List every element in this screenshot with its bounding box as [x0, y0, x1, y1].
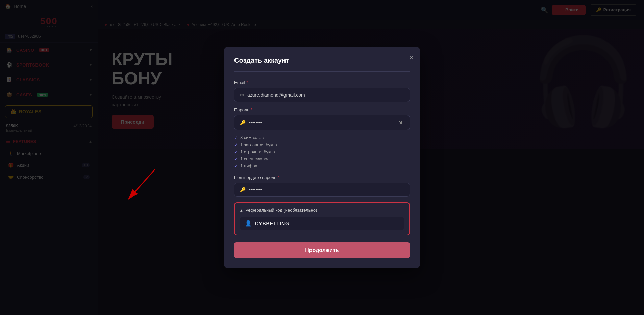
modal-close-button[interactable]: × [409, 53, 413, 62]
referral-user-icon: 👤 [245, 220, 252, 227]
validation-item-2: ✓ 1 заглавная буква [234, 141, 410, 148]
check-icon-4: ✓ [234, 157, 238, 161]
validation-text-4: 1 спец символ [240, 156, 270, 161]
email-input[interactable] [247, 92, 404, 98]
continue-label: Продолжить [305, 247, 339, 253]
password-required-star: * [251, 107, 252, 112]
password-input-wrap[interactable]: 🔑 👁 [234, 115, 410, 130]
referral-header[interactable]: ▴ Реферальный код (необязательно) [240, 208, 404, 213]
validation-item-4: ✓ 1 спец символ [234, 155, 410, 162]
referral-code: CYBBETTING [255, 221, 289, 226]
email-label: Email * [234, 80, 410, 85]
password-input[interactable] [249, 120, 395, 125]
check-icon-1: ✓ [234, 135, 238, 140]
confirm-password-input-wrap[interactable]: 🔑 [234, 183, 410, 197]
validation-item-3: ✓ 1 строчная буква [234, 148, 410, 155]
referral-label: Реферальный код (необязательно) [245, 208, 317, 213]
modal-overlay[interactable]: Создать аккаунт × Email * ✉ Пароль * 🔑 👁… [0, 0, 644, 315]
modal-divider [234, 71, 410, 72]
validation-text-5: 1 цифра [240, 163, 257, 168]
password-validation-list: ✓ 8 символов ✓ 1 заглавная буква ✓ 1 стр… [234, 134, 410, 169]
referral-input-wrap[interactable]: 👤 CYBBETTING [240, 217, 404, 230]
validation-text-3: 1 строчная буква [240, 149, 275, 154]
eye-toggle-icon[interactable]: 👁 [399, 120, 404, 126]
modal-title: Создать аккаунт [234, 57, 410, 64]
email-input-wrap[interactable]: ✉ [234, 88, 410, 102]
check-icon-3: ✓ [234, 150, 238, 154]
password-label: Пароль * [234, 107, 410, 112]
referral-chevron-icon: ▴ [240, 208, 243, 213]
referral-section: ▴ Реферальный код (необязательно) 👤 CYBB… [234, 202, 410, 235]
validation-text-1: 8 символов [240, 135, 264, 140]
continue-button[interactable]: Продолжить [234, 242, 410, 258]
validation-item-5: ✓ 1 цифра [234, 162, 410, 169]
check-icon-2: ✓ [234, 142, 238, 147]
check-icon-5: ✓ [234, 164, 238, 168]
confirm-password-icon: 🔑 [240, 187, 246, 192]
create-account-modal: Создать аккаунт × Email * ✉ Пароль * 🔑 👁… [224, 47, 420, 268]
svg-line-1 [128, 169, 155, 199]
confirm-password-label: Подтвердите пароль * [234, 175, 410, 180]
close-icon: × [409, 53, 413, 62]
password-icon: 🔑 [240, 120, 246, 125]
confirm-password-input[interactable] [249, 187, 404, 192]
validation-item-1: ✓ 8 символов [234, 134, 410, 141]
email-required-star: * [247, 80, 248, 85]
confirm-required-star: * [278, 175, 279, 180]
email-icon: ✉ [240, 92, 244, 98]
validation-text-2: 1 заглавная буква [240, 142, 277, 147]
